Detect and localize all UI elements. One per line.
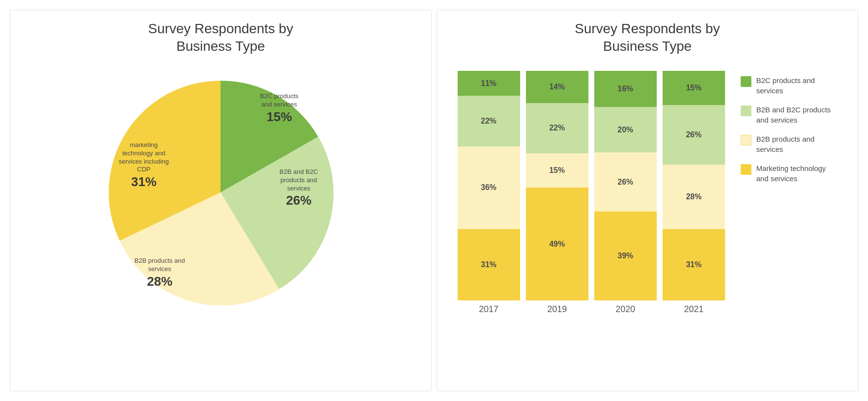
pie-pct-b2c: 15% [240, 109, 318, 126]
legend-color-b2c [741, 76, 751, 87]
year-label-2017: 2017 [479, 304, 499, 315]
legend-text-b2c: B2C products andservices [756, 75, 815, 96]
legend-text-mkt: Marketing technologyand services [756, 163, 826, 184]
bar-chart-area: 11% 22% 36% 31% 2017 14% 22% 15% [447, 65, 848, 319]
bar-chart-inner: 11% 22% 36% 31% 2017 14% 22% 15% [457, 70, 727, 315]
year-label-2021: 2021 [684, 304, 704, 315]
bar-seg-2021-b2b: 28% [662, 165, 726, 229]
legend-color-mkt [741, 164, 751, 175]
pie-pct-mkt: 31% [101, 174, 186, 190]
bar-seg-2019-mkt: 49% [525, 188, 589, 300]
right-chart-panel: Survey Respondents byBusiness Type 11% 2… [437, 10, 859, 391]
pie-label-b2c: B2C productsand services 15% [240, 92, 318, 126]
bar-seg-2017-b2b-b2c: 22% [457, 96, 521, 146]
bar-seg-2019-b2b-b2c: 22% [525, 103, 589, 153]
bar-seg-2020-mkt: 39% [593, 211, 658, 300]
bar-stack-2017: 11% 22% 36% 31% [457, 71, 521, 300]
legend-color-b2b [741, 135, 751, 146]
right-chart-title: Survey Respondents byBusiness Type [575, 20, 720, 56]
bar-seg-2021-mkt: 31% [662, 229, 726, 300]
charts-container: Survey Respondents byBusiness Type B2C p… [0, 0, 868, 401]
bar-col-2021: 15% 26% 28% 31% 2021 [662, 71, 726, 315]
bar-seg-2017-b2b: 36% [457, 147, 521, 229]
pie-label-b2b: B2B products andservices 28% [121, 257, 199, 290]
legend-color-b2b-b2c [741, 106, 751, 116]
bar-seg-2019-b2c: 14% [525, 71, 589, 103]
bar-seg-2017-mkt: 31% [457, 229, 521, 300]
bars-row: 11% 22% 36% 31% 2017 14% 22% 15% [457, 70, 727, 315]
bar-col-2017: 11% 22% 36% 31% 2017 [457, 71, 521, 315]
bar-seg-2020-b2c: 16% [593, 71, 658, 107]
bar-col-2019: 14% 22% 15% 49% 2019 [525, 71, 589, 315]
bar-col-2020: 16% 20% 26% 39% 2020 [593, 71, 658, 315]
legend-text-b2b: B2B products andservices [756, 134, 814, 154]
bar-seg-2021-b2c: 15% [662, 71, 726, 106]
pie-label-b2b-b2c: B2B and B2Cproducts andservices 26% [260, 168, 338, 209]
legend-item-mkt: Marketing technologyand services [741, 163, 838, 184]
pie-pct-b2b: 28% [121, 274, 199, 290]
legend-text-b2b-b2c: B2B and B2C productsand services [756, 105, 831, 125]
bar-seg-2019-b2b: 15% [525, 153, 589, 188]
legend-item-b2c: B2C products andservices [741, 75, 838, 96]
legend-item-b2b: B2B products andservices [741, 134, 838, 154]
year-label-2019: 2019 [547, 304, 567, 315]
year-label-2020: 2020 [616, 304, 635, 315]
bar-seg-2020-b2b: 26% [593, 152, 658, 211]
pie-label-mkt: marketingtechnology andservices includin… [101, 141, 186, 190]
bar-seg-2017-b2c: 11% [457, 71, 521, 96]
legend: B2C products andservices B2B and B2C pro… [741, 70, 838, 184]
bar-seg-2021-b2b-b2c: 26% [662, 105, 726, 165]
pie-pct-b2b-b2c: 26% [260, 192, 338, 209]
bar-stack-2021: 15% 26% 28% 31% [662, 71, 726, 300]
bar-stack-2019: 14% 22% 15% 49% [525, 71, 589, 300]
legend-item-b2b-b2c: B2B and B2C productsand services [741, 105, 838, 125]
left-chart-title: Survey Respondents byBusiness Type [148, 20, 293, 56]
left-chart-panel: Survey Respondents byBusiness Type B2C p… [10, 10, 432, 391]
pie-chart-container: B2C productsand services 15% B2B and B2C… [94, 65, 347, 319]
bar-stack-2020: 16% 20% 26% 39% [593, 71, 658, 300]
bar-seg-2020-b2b-b2c: 20% [593, 107, 658, 152]
